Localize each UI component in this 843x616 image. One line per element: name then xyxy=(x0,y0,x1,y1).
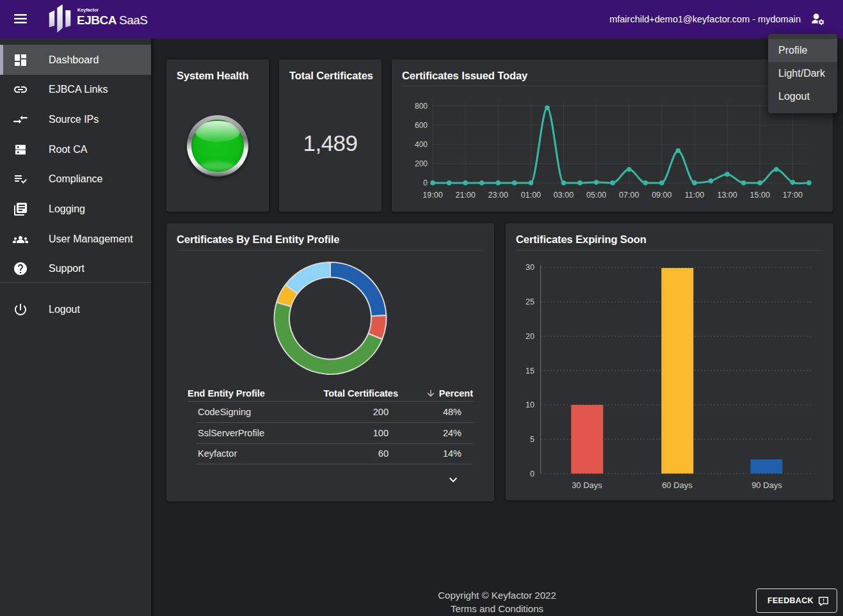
svg-text:200: 200 xyxy=(415,159,428,168)
svg-text:19:00: 19:00 xyxy=(422,191,442,200)
svg-text:25: 25 xyxy=(526,297,534,306)
svg-text:0: 0 xyxy=(530,470,534,478)
svg-text:0: 0 xyxy=(423,178,428,187)
svg-text:05:00: 05:00 xyxy=(586,191,606,200)
svg-text:03:00: 03:00 xyxy=(554,191,574,200)
svg-text:07:00: 07:00 xyxy=(619,191,639,200)
svg-text:01:00: 01:00 xyxy=(521,191,541,200)
svg-text:400: 400 xyxy=(415,140,428,149)
svg-text:600: 600 xyxy=(415,121,428,130)
svg-text:30: 30 xyxy=(526,263,534,272)
svg-text:23:00: 23:00 xyxy=(488,191,508,200)
svg-text:800: 800 xyxy=(415,102,428,111)
svg-text:30 Days: 30 Days xyxy=(572,480,602,490)
svg-text:09:00: 09:00 xyxy=(652,191,671,200)
svg-text:90 Days: 90 Days xyxy=(751,480,782,490)
svg-text:13:00: 13:00 xyxy=(717,191,737,200)
svg-text:10: 10 xyxy=(526,400,534,409)
svg-text:15: 15 xyxy=(526,367,534,375)
svg-text:17:00: 17:00 xyxy=(783,191,803,200)
svg-text:15:00: 15:00 xyxy=(750,191,770,200)
svg-text:21:00: 21:00 xyxy=(455,191,475,200)
svg-text:5: 5 xyxy=(530,435,534,444)
svg-text:20: 20 xyxy=(526,332,534,341)
svg-text:11:00: 11:00 xyxy=(685,191,704,200)
svg-text:60 Days: 60 Days xyxy=(662,480,693,490)
